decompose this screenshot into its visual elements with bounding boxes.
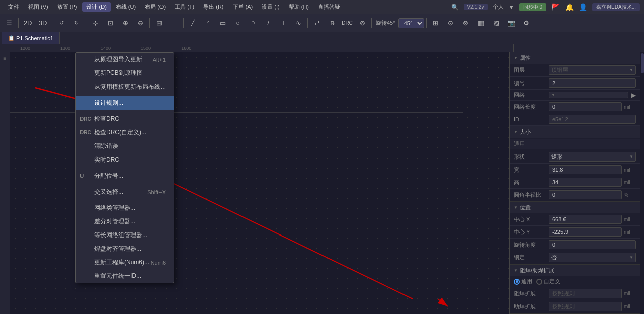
zoom-in-btn[interactable]: ⊕: [118, 16, 132, 30]
dropdown-design-rules[interactable]: 设计规则...: [76, 96, 174, 110]
text-btn[interactable]: T: [276, 16, 290, 30]
dropdown-pad-match[interactable]: 焊盘对齐管理器...: [76, 242, 174, 256]
net-label: 网络: [514, 91, 549, 99]
circle-btn[interactable]: ○: [231, 16, 245, 30]
dropdown-update-template[interactable]: 从复用模板更新布局布线...: [76, 80, 174, 94]
line-btn[interactable]: /: [261, 16, 275, 30]
search-icon[interactable]: 🔍: [451, 4, 459, 11]
center-x-value[interactable]: 668.6: [549, 215, 622, 224]
height-label: 高: [514, 179, 549, 186]
layer-select[interactable]: 顶铜层: [549, 65, 636, 75]
menu-tools[interactable]: 工具 (T): [171, 2, 198, 12]
dropdown-icon[interactable]: ▼: [509, 4, 514, 10]
curve-btn[interactable]: ∿: [291, 16, 305, 30]
solder-expansion-unit: mil: [624, 291, 636, 296]
width-value[interactable]: 31.8: [549, 165, 622, 174]
ruler-mark-1500: 1500: [141, 46, 151, 51]
dropdown-drc-check[interactable]: DRC 检查DRC: [76, 112, 174, 126]
dropdown-distribute[interactable]: U 分配位号...: [76, 169, 174, 183]
center-y-unit: mil: [624, 229, 636, 235]
dropdown-update-pcb[interactable]: 更新PCB到原理图: [76, 66, 174, 80]
center-x-label: 中心 X: [514, 216, 549, 223]
select-btn[interactable]: ⊹: [88, 16, 102, 30]
right-scrollbar[interactable]: [640, 52, 644, 314]
menu-live[interactable]: 直播答疑: [314, 2, 344, 12]
dropdown-realtime-drc[interactable]: 实时DRC: [76, 153, 174, 167]
rect-btn[interactable]: ▭: [216, 16, 230, 30]
menu-route[interactable]: 布线 (U): [112, 2, 140, 12]
corner-ratio-value[interactable]: 0: [549, 190, 622, 199]
dropdown-cross-select[interactable]: 交叉选择... Shift+X: [76, 185, 174, 199]
settings-btn[interactable]: ⚙: [519, 16, 533, 30]
dropdown-update-project[interactable]: 更新工程库(Num6)... Num6: [76, 256, 174, 269]
canvas-area[interactable]: 从原理图导入更新 Alt+1 更新PCB到原理图 从复用模板更新布局布线... …: [10, 52, 509, 314]
menu-settings[interactable]: 设置 (I): [258, 2, 283, 12]
tab-schematic[interactable]: 📋 P1.Schematic1: [2, 32, 60, 44]
ratsnest-btn[interactable]: ⊗: [459, 16, 473, 30]
flip-h-btn[interactable]: ⇄: [310, 16, 324, 30]
menu-export[interactable]: 导出 (R): [199, 2, 227, 12]
height-value[interactable]: 34: [549, 178, 622, 187]
arc-btn[interactable]: ◜: [201, 16, 215, 30]
redo-btn[interactable]: ↻: [69, 16, 84, 30]
solder-expansion-value[interactable]: 按照规则: [549, 289, 622, 298]
lock-select[interactable]: 否: [549, 253, 636, 262]
net-browse-btn[interactable]: ▶: [631, 92, 636, 99]
measure-btn[interactable]: ⊞: [429, 16, 443, 30]
highlight-btn[interactable]: ⊙: [444, 16, 458, 30]
zoom-out-btn[interactable]: ⊖: [133, 16, 147, 30]
corner-ratio-row: 圆角半径比 0 %: [510, 189, 640, 201]
track-btn[interactable]: ╱: [186, 16, 200, 30]
dropdown-item-label: 实时DRC: [94, 155, 119, 164]
net-length-label: 网络长度: [514, 103, 549, 111]
3d-btn[interactable]: 3D: [36, 16, 50, 30]
snap-btn[interactable]: ⋯: [167, 16, 181, 30]
shape-select[interactable]: 矩形: [549, 152, 636, 162]
sidebar-toggle[interactable]: ≡: [1, 54, 9, 62]
menu-place[interactable]: 放置 (P): [53, 2, 82, 12]
net-select[interactable]: [549, 92, 628, 98]
number-value[interactable]: 2: [549, 78, 636, 88]
avatar-icon[interactable]: 👤: [579, 3, 587, 11]
menu-file[interactable]: 文件: [4, 2, 23, 12]
dropdown-import-schematic[interactable]: 从原理图导入更新 Alt+1: [76, 53, 174, 66]
flip-v-btn[interactable]: ⇅: [325, 16, 339, 30]
tab-label: P1.Schematic1: [16, 35, 53, 41]
menu-toggle-btn[interactable]: ☰: [2, 16, 16, 30]
menu-layout[interactable]: 布局 (O): [141, 2, 170, 12]
dropdown-net-manager[interactable]: 网络类管理器...: [76, 201, 174, 215]
keepout-btn[interactable]: ▨: [489, 16, 503, 30]
sync-badge[interactable]: 同步中 0: [519, 3, 546, 11]
menu-help[interactable]: 帮助 (H): [285, 2, 313, 12]
drc-btn[interactable]: DRC: [340, 16, 354, 30]
dropdown-reset-id[interactable]: 重置元件统一ID...: [76, 269, 174, 283]
personal-label: 个人: [493, 3, 504, 11]
dropdown-item-label: 检查DRC: [94, 115, 119, 123]
grid-btn[interactable]: ⊞: [152, 16, 166, 30]
via-btn[interactable]: ⊚: [355, 16, 369, 30]
bell-icon[interactable]: 🔔: [565, 3, 574, 11]
copper-pour-btn[interactable]: ▦: [474, 16, 488, 30]
photo-btn[interactable]: 📷: [504, 16, 518, 30]
menu-design[interactable]: 设计 (D): [82, 2, 110, 12]
solder-mask-common-radio[interactable]: 通用: [514, 278, 532, 285]
2d-btn[interactable]: 2D: [21, 16, 35, 30]
arc2-btn[interactable]: ◝: [246, 16, 260, 30]
menu-view[interactable]: 视图 (V): [24, 2, 52, 12]
zoom-fit-btn[interactable]: ⊡: [103, 16, 117, 30]
angle-select[interactable]: 45° 90°: [398, 18, 424, 28]
id-value: e5e12: [549, 115, 636, 124]
solder-mask-custom-radio[interactable]: 自定义: [536, 278, 560, 285]
dropdown-clear-marks[interactable]: 清除错误: [76, 139, 174, 153]
rotation-value[interactable]: 0: [549, 240, 636, 249]
undo-btn[interactable]: ↺: [54, 16, 68, 30]
dropdown-equal-length[interactable]: 等长网络组管理器...: [76, 228, 174, 242]
center-y-value[interactable]: -225.9: [549, 227, 622, 237]
net-length-value[interactable]: 0: [549, 102, 622, 111]
main-layout: ≡: [0, 52, 644, 314]
paste-expansion-value[interactable]: 按照规则: [549, 302, 622, 311]
dropdown-drc-custom[interactable]: DRC 检查DRC(自定义)...: [76, 126, 174, 139]
menu-order[interactable]: 下单 (A): [229, 2, 257, 12]
titlebar-left: 文件 视图 (V) 放置 (P) 设计 (D) 布线 (U) 布局 (O) 工具…: [4, 2, 451, 12]
dropdown-diff-manager[interactable]: 差分对管理器...: [76, 215, 174, 228]
